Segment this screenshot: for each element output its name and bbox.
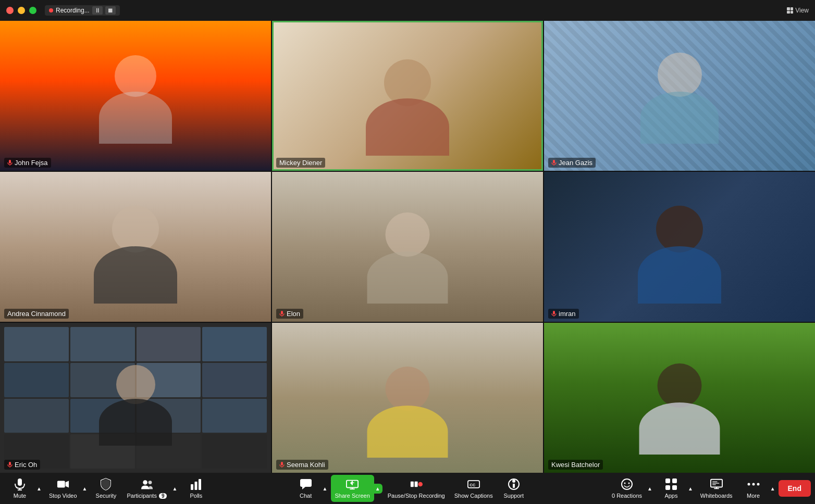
mute-button[interactable]: Mute [4, 475, 35, 502]
show-captions-label: Show Captions [454, 493, 493, 499]
svg-point-40 [628, 483, 630, 484]
svg-rect-6 [553, 311, 555, 314]
view-button[interactable]: View [787, 7, 809, 14]
share-screen-button[interactable]: Share Screen [331, 475, 374, 502]
participant-cell-eric-oh: Eric Oh [0, 323, 271, 473]
recording-stop-button[interactable]: ⏹ [105, 6, 116, 15]
video-grid: John Fejsa Mickey Diener Jean Gazis [0, 21, 815, 473]
svg-rect-30 [411, 482, 414, 487]
reactions-label: 0 Reactions [612, 493, 642, 499]
stop-video-button[interactable]: Stop Video [45, 475, 81, 502]
svg-rect-2 [553, 160, 555, 163]
participant-name-jean-gazis: Jean Gazis [548, 158, 596, 168]
apps-button[interactable]: Apps [656, 475, 687, 502]
muted-mic-icon-seema [279, 462, 285, 468]
participant-name-kwesi: Kwesi Batchelor [548, 460, 603, 470]
svg-rect-42 [672, 478, 677, 483]
reactions-icon [621, 478, 633, 490]
apps-icon [665, 478, 677, 490]
security-label: Security [96, 493, 117, 499]
participant-cell-kwesi: Kwesi Batchelor [544, 323, 815, 473]
view-label: View [795, 7, 809, 14]
share-screen-caret[interactable]: ▲ [373, 484, 382, 494]
participants-caret[interactable]: ▲ [170, 484, 179, 494]
participants-icon [141, 478, 153, 490]
recording-pause-button[interactable]: ⏸ [92, 6, 103, 15]
svg-rect-12 [18, 478, 22, 486]
traffic-light-green[interactable] [29, 7, 36, 14]
participant-name-andrea: Andrea Cinnamond [4, 309, 69, 319]
participant-cell-elon: Elon [272, 172, 543, 322]
apps-label: Apps [664, 493, 677, 499]
toolbar-right-group: 0 Reactions ▲ Apps ▲ [608, 475, 811, 502]
captions-icon: CC [467, 478, 480, 490]
svg-rect-41 [665, 478, 670, 483]
stop-video-label: Stop Video [49, 493, 77, 499]
stop-video-caret[interactable]: ▲ [80, 484, 90, 494]
traffic-light-yellow[interactable] [18, 7, 25, 14]
reactions-caret[interactable]: ▲ [645, 484, 655, 494]
muted-mic-icon-elon [279, 311, 285, 317]
traffic-light-red[interactable] [6, 7, 14, 14]
muted-mic-icon-eric [7, 462, 13, 468]
participants-button[interactable]: Participants 9 [122, 475, 171, 502]
mute-label: Mute [14, 493, 26, 499]
muted-mic-icon-jean [551, 160, 557, 166]
pause-recording-button[interactable]: Pause/Stop Recording [384, 475, 449, 502]
svg-marker-16 [65, 481, 68, 488]
recording-badge: Recording... ⏸ ⏹ [45, 5, 120, 16]
whiteboards-icon [710, 478, 723, 490]
chat-caret[interactable]: ▲ [320, 484, 330, 494]
svg-point-36 [512, 480, 515, 483]
participant-name-eric-oh: Eric Oh [4, 460, 40, 470]
show-captions-button[interactable]: CC Show Captions [450, 475, 497, 502]
svg-rect-20 [195, 482, 197, 490]
svg-rect-0 [9, 160, 11, 163]
more-label: More [747, 493, 760, 499]
topbar-left: Recording... ⏸ ⏹ [6, 5, 120, 16]
svg-point-39 [624, 483, 626, 484]
svg-point-52 [752, 483, 755, 486]
support-button[interactable]: Support [498, 475, 529, 502]
chat-button[interactable]: Chat [290, 475, 322, 502]
recording-dot [49, 8, 53, 12]
svg-rect-43 [665, 485, 670, 490]
recording-text: Recording... [56, 7, 90, 14]
grid-view-icon [787, 7, 793, 14]
polls-icon [190, 478, 202, 490]
svg-point-38 [622, 479, 632, 489]
toolbar-center-group: Chat ▲ Share Screen ▲ [290, 475, 529, 502]
share-screen-label: Share Screen [335, 493, 370, 499]
svg-text:CC: CC [470, 483, 476, 487]
svg-point-32 [418, 482, 423, 487]
participants-label: Participants [127, 493, 156, 499]
svg-rect-19 [191, 484, 193, 490]
security-button[interactable]: Security [90, 475, 121, 502]
share-screen-icon [346, 478, 359, 490]
svg-rect-21 [199, 479, 201, 490]
topbar: Recording... ⏸ ⏹ View [0, 0, 815, 21]
more-button[interactable]: More [738, 475, 769, 502]
participant-name-seema: Seema Kohli [276, 460, 328, 470]
end-button[interactable]: End [779, 480, 811, 497]
reactions-button[interactable]: 0 Reactions [608, 475, 646, 502]
svg-rect-4 [281, 311, 283, 314]
participant-cell-jean-gazis: Jean Gazis [544, 21, 815, 171]
participant-name-mickey-diener: Mickey Diener [276, 158, 325, 168]
polls-button[interactable]: Polls [180, 475, 212, 502]
toolbar: Mute ▲ Stop Video ▲ Security [0, 473, 815, 504]
apps-caret[interactable]: ▲ [686, 484, 695, 494]
support-label: Support [503, 493, 524, 499]
whiteboards-button[interactable]: Whiteboards [696, 475, 737, 502]
svg-point-53 [757, 483, 759, 486]
more-icon [747, 478, 760, 490]
svg-rect-22 [300, 479, 312, 487]
svg-rect-44 [672, 485, 677, 490]
muted-mic-icon [7, 160, 13, 166]
svg-point-51 [747, 483, 750, 486]
more-caret[interactable]: ▲ [768, 484, 777, 494]
svg-rect-8 [9, 462, 11, 465]
svg-rect-10 [281, 462, 283, 465]
svg-rect-31 [414, 482, 417, 487]
mute-caret[interactable]: ▲ [34, 484, 44, 494]
